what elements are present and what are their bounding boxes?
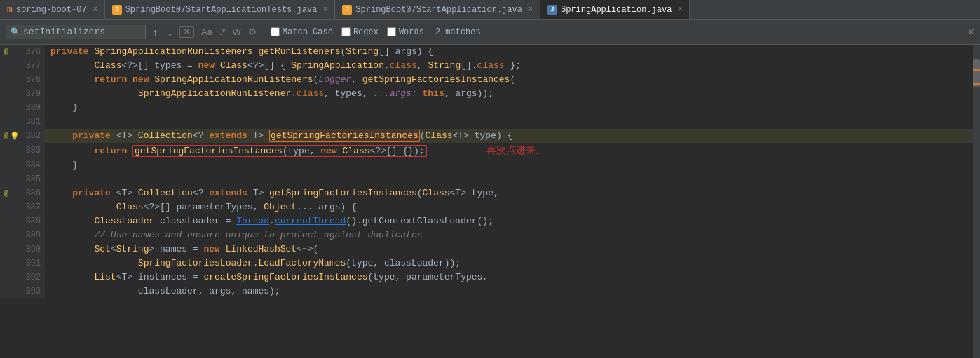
annotation-at: @	[3, 132, 8, 140]
close-icon[interactable]: ×	[323, 6, 327, 13]
scrollbar-track[interactable]	[973, 45, 980, 358]
code-container: @ 376 private SpringApplicationRunListen…	[0, 45, 980, 358]
code-line-390: 390 Set<String> names = new LinkedHashSe…	[0, 242, 980, 256]
code-content-386: private <T> Collection<? extends T> getS…	[45, 186, 980, 200]
tab-label: SpringBoot07StartApplication.java	[355, 5, 522, 15]
close-icon[interactable]: ×	[529, 6, 533, 13]
close-icon[interactable]: ×	[93, 6, 97, 13]
search-bar: 🔍 ↑ ↓ ✕ Aa .* W ⚙ Match Case Regex Words…	[0, 20, 980, 45]
code-content-390: Set<String> names = new LinkedHashSet<~>…	[45, 242, 980, 256]
annotation-at: @	[3, 189, 8, 198]
line-number: 377	[21, 61, 41, 71]
gutter-391: 391	[0, 256, 45, 270]
scrollbar-marker-2	[973, 83, 980, 85]
code-line-383: 383 return getSpringFactoriesInstances(t…	[0, 143, 980, 158]
tab-label: SpringApplication.java	[561, 5, 672, 15]
code-content-382: private <T> Collection<? extends T> getS…	[45, 129, 980, 143]
matches-count: 2 matches	[435, 27, 481, 37]
code-content-385	[45, 172, 980, 186]
search-magnifier-icon: 🔍	[11, 27, 20, 36]
gutter-387: 387	[0, 200, 45, 214]
line-number: 383	[21, 146, 41, 156]
line-number: 379	[21, 89, 41, 99]
words-option[interactable]: Words	[387, 27, 424, 37]
annotation-chinese: 再次点进来。	[486, 144, 545, 156]
code-content-377: Class<?>[] types = new Class<?>[] { Spri…	[45, 59, 980, 73]
match-case-label: Match Case	[283, 27, 333, 37]
regex-label: Regex	[353, 27, 379, 37]
search-input[interactable]	[23, 27, 128, 37]
code-content-392: List<T> instances = createSpringFactorie…	[45, 270, 980, 284]
tab-start-application[interactable]: J SpringBoot07StartApplication.java ×	[335, 0, 540, 19]
code-content-380: }	[45, 101, 980, 115]
code-line-376: @ 376 private SpringApplicationRunListen…	[0, 45, 980, 59]
code-content-381	[45, 115, 980, 129]
tab-spring-boot-07[interactable]: m spring-boot-07 ×	[0, 0, 105, 19]
code-line-391: 391 SpringFactoriesLoader.LoadFactoryNam…	[0, 256, 980, 270]
line-number: 391	[21, 259, 41, 268]
settings-button[interactable]: ⚙	[245, 25, 259, 39]
line-number: 390	[21, 245, 41, 254]
line-number: 386	[21, 188, 41, 198]
java-icon-orange: J	[112, 5, 122, 15]
line-number: 389	[21, 230, 41, 240]
code-content-391: SpringFactoriesLoader.LoadFactoryNames(t…	[45, 256, 980, 270]
code-line-389: 389 // Use names and ensure unique to pr…	[0, 228, 980, 242]
code-content-393: classLoader, args, names);	[45, 284, 980, 298]
code-line-385: 385	[0, 172, 980, 186]
prev-match-button[interactable]: ↑	[150, 25, 161, 39]
bulb-icon: 💡	[10, 132, 20, 141]
gutter-382: @ 💡 382	[0, 129, 45, 143]
line-number: 378	[21, 75, 41, 85]
code-content-387: Class<?>[] parameterTypes, Object... arg…	[45, 200, 980, 214]
regex-option[interactable]: Regex	[341, 27, 379, 37]
java-icon-blue: J	[547, 5, 557, 15]
code-content-389: // Use names and ensure unique to protec…	[45, 228, 980, 242]
code-line-382: @ 💡 382 private <T> Collection<? extends…	[0, 129, 980, 143]
words-label: Words	[399, 27, 424, 37]
clear-search-button[interactable]: ✕	[179, 26, 194, 38]
code-line-380: 380 }	[0, 101, 980, 115]
annotation-at: @	[3, 48, 8, 56]
match-case-option[interactable]: Match Case	[271, 27, 333, 37]
tab-label: SpringBoot07StartApplicationTests.java	[125, 5, 318, 15]
tab-tests[interactable]: J SpringBoot07StartApplicationTests.java…	[105, 0, 336, 19]
gutter-385: 385	[0, 172, 45, 186]
line-number: 387	[21, 202, 41, 212]
tab-spring-application[interactable]: J SpringApplication.java ×	[540, 0, 690, 19]
gutter-393: 393	[0, 284, 45, 298]
regex-toggle[interactable]: .*	[217, 25, 229, 39]
close-icon[interactable]: ×	[678, 6, 682, 13]
line-number: 382	[21, 131, 41, 141]
words-toggle[interactable]: W	[230, 25, 244, 39]
gutter-376: @ 376	[0, 45, 45, 59]
gutter-390: 390	[0, 242, 45, 256]
code-content-388: ClassLoader classLoader = Thread.current…	[45, 214, 980, 228]
code-line-381: 381	[0, 115, 980, 129]
code-content-383: return getSpringFactoriesInstances(type,…	[45, 143, 980, 158]
gutter-384: 384	[0, 158, 45, 172]
scrollbar-thumb[interactable]	[973, 59, 980, 87]
words-checkbox[interactable]	[387, 27, 396, 36]
code-line-392: 392 List<T> instances = createSpringFact…	[0, 270, 980, 284]
regex-checkbox[interactable]	[341, 27, 351, 36]
next-match-button[interactable]: ↓	[165, 25, 175, 39]
gutter-381: 381	[0, 115, 45, 129]
code-content-379: SpringApplicationRunListener.class, type…	[45, 87, 980, 101]
code-content-384: }	[45, 158, 980, 172]
gutter-389: 389	[0, 228, 45, 242]
line-number: 385	[21, 174, 41, 184]
search-options: Match Case Regex Words	[271, 27, 424, 37]
match-case-checkbox[interactable]	[271, 27, 280, 36]
match-case-toggle[interactable]: Aa	[198, 25, 215, 39]
code-line-386: @ 386 private <T> Collection<? extends T…	[0, 186, 980, 200]
search-toolbar-buttons: Aa .* W ⚙	[198, 25, 259, 39]
line-number: 381	[21, 117, 41, 127]
gutter-388: 388	[0, 214, 45, 228]
line-number: 376	[21, 47, 41, 57]
code-line-387: 387 Class<?>[] parameterTypes, Object...…	[0, 200, 980, 214]
search-input-wrapper: 🔍	[6, 25, 146, 39]
scrollbar-marker-1	[973, 69, 980, 71]
close-search-button[interactable]: ×	[968, 26, 974, 39]
gutter-378: 378	[0, 73, 45, 87]
